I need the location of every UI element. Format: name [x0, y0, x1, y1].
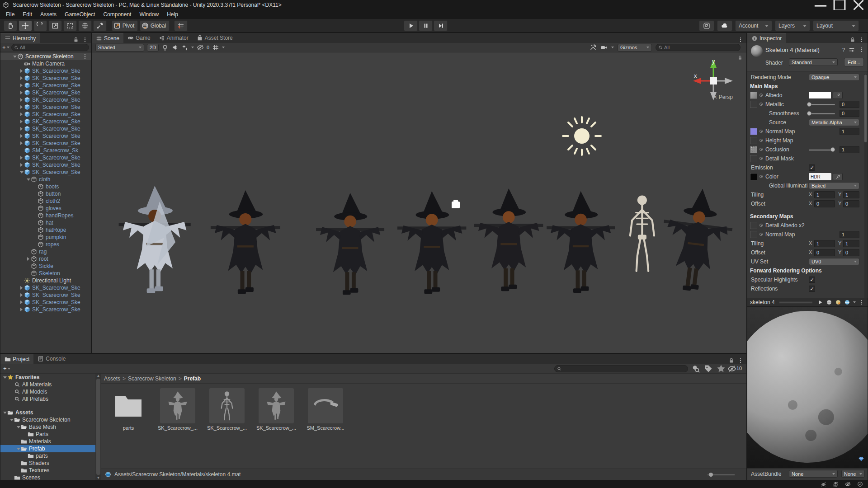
layers-dropdown[interactable]: Layers — [775, 20, 810, 31]
tab-project[interactable]: Project — [0, 354, 33, 364]
expand-arrow-down[interactable] — [26, 178, 31, 181]
project-folder-prefab[interactable]: Prefab — [0, 445, 95, 452]
texture-slot[interactable] — [750, 137, 757, 144]
hidden-packages-icon[interactable] — [727, 365, 736, 372]
step-button[interactable] — [434, 20, 448, 31]
scene-camera-icon[interactable] — [600, 44, 608, 51]
hierarchy-item-sk-scarecrow-ske[interactable]: SK_Scarecrow_Ske — [0, 169, 91, 176]
expand-arrow-down[interactable] — [16, 426, 21, 428]
hierarchy-item-sk-scarecrow-ske[interactable]: SK_Scarecrow_Ske — [0, 103, 91, 111]
project-folder-textures[interactable]: Textures — [0, 467, 95, 474]
property-dropdown[interactable]: Opaque — [809, 74, 859, 81]
expand-arrow-right[interactable] — [19, 300, 24, 304]
y-field[interactable]: 0 — [843, 200, 859, 207]
x-field[interactable]: 0 — [814, 200, 835, 207]
asset-tile-sk-scarecrow-[interactable]: SK_Scarecrow_... — [158, 388, 198, 431]
shader-edit-button[interactable]: Edit... — [844, 58, 864, 66]
scene-search-input[interactable]: All — [656, 44, 741, 51]
expand-arrow-right[interactable] — [19, 293, 24, 297]
transform-tool-button[interactable] — [78, 20, 92, 31]
preview-env-sphere-icon[interactable] — [844, 299, 850, 305]
presets-icon[interactable] — [849, 47, 855, 53]
hierarchy-item-sk-scarecrow-ske[interactable]: SK_Scarecrow_Ske — [0, 82, 91, 89]
expand-arrow-right[interactable] — [19, 113, 24, 116]
asset-tile-sk-scarecrow-[interactable]: SK_Scarecrow_... — [207, 388, 247, 431]
expand-arrow-down[interactable] — [16, 448, 21, 450]
slider-track[interactable] — [809, 113, 835, 114]
scene-object-scarecrow-5[interactable] — [474, 188, 543, 291]
kebab-menu-icon[interactable] — [859, 37, 865, 43]
project-folder-all-models[interactable]: All Models — [0, 388, 95, 395]
tab-scene[interactable]: Scene — [92, 33, 123, 43]
debugger-disabled-icon[interactable] — [821, 481, 827, 488]
gizmos-dropdown[interactable]: Gizmos — [618, 44, 652, 52]
texture-slot[interactable] — [750, 222, 757, 229]
scene-lighting-icon[interactable] — [161, 44, 169, 51]
scene-object-scarecrow-7[interactable] — [656, 185, 737, 295]
tab-console[interactable]: Console — [33, 354, 70, 364]
kebab-menu-icon[interactable] — [859, 47, 865, 53]
menu-window[interactable]: Window — [135, 10, 163, 19]
global-toggle-button[interactable]: Global — [140, 20, 170, 31]
scene-tools-icon[interactable] — [590, 44, 597, 51]
hierarchy-item-sk-scarecrow-ske[interactable]: SK_Scarecrow_Ske — [0, 299, 91, 306]
account-dropdown[interactable]: Account — [735, 20, 772, 31]
project-folder-parts[interactable]: Parts — [0, 431, 95, 438]
value-field[interactable]: 0 — [840, 101, 859, 108]
asset-tile-parts[interactable]: parts — [108, 388, 148, 431]
asset-tile-sk-scarecrow-[interactable]: SK_Scarecrow_... — [256, 388, 296, 431]
texture-slot[interactable] — [750, 146, 757, 153]
tab-asset-store[interactable]: Asset Store — [193, 33, 237, 43]
expand-arrow-right[interactable] — [19, 69, 24, 73]
hierarchy-item-sk-scarecrow-ske[interactable]: SK_Scarecrow_Ske — [0, 96, 91, 103]
expand-arrow-right[interactable] — [19, 141, 24, 145]
camera-dropdown-icon[interactable] — [611, 47, 614, 48]
kebab-menu-icon[interactable] — [737, 37, 744, 43]
project-tree-scrollbar[interactable]: ▲ ▼ — [95, 374, 101, 480]
menu-help[interactable]: Help — [163, 10, 182, 19]
hierarchy-search-input[interactable]: All — [11, 44, 89, 51]
expand-arrow-right[interactable] — [19, 98, 24, 102]
hierarchy-item-gloves[interactable]: gloves — [0, 205, 91, 212]
color-swatch[interactable] — [809, 92, 831, 99]
hierarchy-item-rag[interactable]: rag — [0, 248, 91, 255]
perspective-label[interactable]: < Persp — [714, 94, 733, 100]
scene-grid-icon[interactable] — [212, 44, 219, 51]
property-checkbox[interactable]: ✓ — [809, 286, 815, 292]
hierarchy-item-cloth[interactable]: cloth — [0, 176, 91, 183]
project-folder-materials[interactable]: Materials — [0, 438, 95, 445]
texture-slot[interactable] — [750, 101, 757, 108]
breadcrumb-segment[interactable]: Scarecrow Skeleton — [128, 375, 176, 382]
property-dropdown[interactable]: UV0 — [809, 258, 859, 265]
kebab-menu-icon[interactable] — [737, 357, 744, 364]
menu-gameobject[interactable]: GameObject — [61, 10, 99, 19]
assetbundle-dropdown[interactable]: None — [789, 470, 838, 478]
scroll-down-icon[interactable]: ▼ — [97, 476, 100, 480]
value-field[interactable]: 1 — [840, 128, 859, 135]
slider-knob[interactable] — [807, 102, 811, 107]
hierarchy-item-scarecrow-skeleton[interactable]: Scarecrow Skeleton — [0, 53, 91, 60]
scene-object-scarecrow-2[interactable] — [211, 190, 280, 294]
texture-target-icon[interactable] — [760, 103, 763, 106]
preview-lit-sphere-icon[interactable] — [835, 299, 841, 305]
project-folder-parts[interactable]: parts — [0, 452, 95, 460]
preview-sphere-icon[interactable] — [826, 299, 832, 305]
expand-arrow-right[interactable] — [26, 257, 31, 261]
expand-arrow-right[interactable] — [19, 286, 24, 290]
eyedropper-button[interactable] — [833, 173, 843, 180]
assetbundle-variant-dropdown[interactable]: None — [841, 470, 865, 478]
texture-target-icon[interactable] — [760, 233, 763, 236]
hierarchy-item-sk-scarecrow-ske[interactable]: SK_Scarecrow_Ske — [0, 75, 91, 82]
texture-slot[interactable] — [750, 231, 757, 238]
hierarchy-item-sk-scarecrow-ske[interactable]: SK_Scarecrow_Ske — [0, 118, 91, 125]
x-field[interactable]: 0 — [814, 249, 835, 256]
texture-target-icon[interactable] — [760, 139, 763, 142]
property-dropdown[interactable]: Baked — [809, 182, 859, 189]
scene-viewport[interactable]: y x < Persp — [92, 52, 746, 353]
close-button[interactable] — [849, 0, 868, 10]
hierarchy-item-sk-scarecrow-ske[interactable]: SK_Scarecrow_Ske — [0, 161, 91, 169]
expand-arrow-right[interactable] — [19, 308, 24, 311]
expand-arrow-down[interactable] — [12, 56, 17, 58]
gizmo-lock-icon[interactable] — [737, 55, 743, 61]
material-preview-area[interactable] — [747, 307, 868, 469]
